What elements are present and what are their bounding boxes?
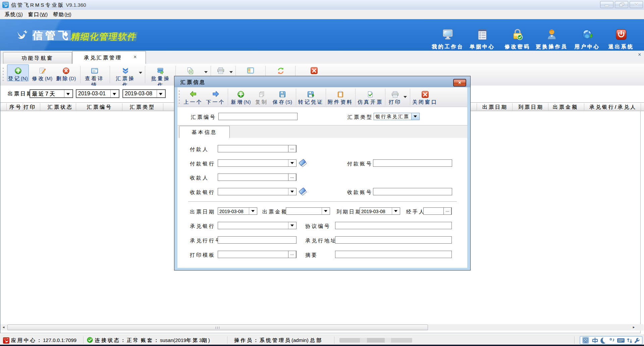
svg-text:Q: Q — [584, 339, 587, 343]
